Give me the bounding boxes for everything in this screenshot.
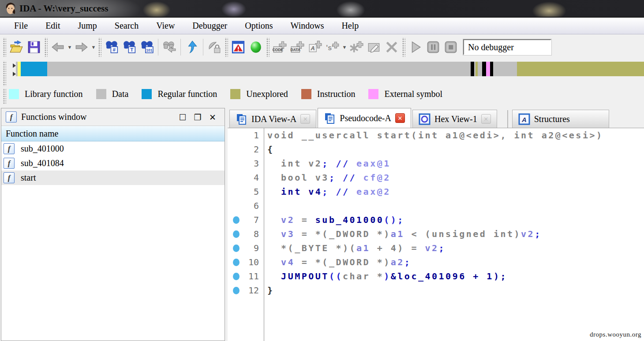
analysis-indicator-icon (249, 40, 263, 54)
legend-label: External symbol (384, 89, 442, 99)
back-history-dropdown[interactable]: ▼ (67, 44, 73, 50)
menu-item-options[interactable]: Options (236, 19, 281, 32)
tab-pseudocode-a[interactable]: Pseudocode-A✕ (318, 108, 411, 128)
gutter-cell (228, 259, 244, 266)
tab-hex-view-1[interactable]: Hex View-1✕ (412, 110, 497, 128)
tab-close-button[interactable]: ✕ (481, 114, 491, 124)
code-line-11[interactable]: 11 JUMPOUT((char *)&loc_401096 + 1); (228, 269, 644, 283)
menu-item-jump[interactable]: Jump (69, 19, 105, 32)
code-line-4[interactable]: 4 bool v3; // cf@2 (228, 170, 644, 185)
address-dot-icon[interactable] (233, 230, 240, 238)
address-dot-icon[interactable] (233, 245, 240, 252)
address-dot-icon[interactable] (233, 273, 240, 280)
function-row-sub-401084[interactable]: fsub_401084 (1, 156, 225, 170)
save-file-button[interactable] (25, 37, 43, 57)
delete-function-button[interactable] (383, 37, 401, 57)
make-struct-dropdown[interactable]: ▼ (341, 44, 348, 50)
menu-item-file[interactable]: File (5, 19, 37, 32)
navband-grip[interactable] (3, 61, 6, 86)
debugger-select[interactable]: No debugger (463, 39, 551, 55)
code-line-2[interactable]: 2{ (228, 142, 644, 156)
legend-label: Data (112, 89, 129, 99)
address-dot-icon[interactable] (233, 287, 240, 294)
menu-item-search[interactable]: Search (106, 19, 147, 32)
address-dot-icon[interactable] (233, 259, 240, 266)
search-next-button[interactable] (161, 37, 178, 57)
function-row-start[interactable]: fstart (1, 170, 225, 185)
code-text: v3 = *(_DWORD *)a1 < (unsigned int)v2; (262, 229, 542, 239)
tab-structures[interactable]: AStructures (512, 110, 609, 128)
code-line-7[interactable]: 7 v2 = sub_401000(); (228, 213, 644, 227)
make-struct-icon: 's' (326, 40, 340, 54)
make-data-icon: DATA (290, 40, 304, 54)
code-line-8[interactable]: 8 v3 = *(_DWORD *)a1 < (unsigned int)v2; (228, 227, 644, 241)
navigation-band[interactable] (16, 62, 644, 76)
debug-pause-button[interactable] (424, 37, 442, 57)
code-text: JUMPOUT((char *)&loc_401096 + 1); (262, 271, 507, 282)
edit-function-button[interactable] (365, 37, 383, 57)
tab-label: Structures (534, 114, 570, 124)
toolbar-grip[interactable] (225, 37, 228, 57)
address-dot-icon[interactable] (233, 216, 240, 224)
remote-debug-lock-button[interactable] (206, 37, 223, 57)
search-next-icon (162, 40, 176, 54)
tab-close-button[interactable]: ✕ (395, 113, 405, 123)
make-data-button[interactable]: DATA (288, 37, 306, 57)
function-name-column-header[interactable]: Function name (1, 126, 225, 141)
navigate-forward-button[interactable] (73, 37, 90, 57)
restore-button[interactable]: ❐ (190, 112, 205, 122)
search-binary-button[interactable]: 101 (138, 37, 156, 57)
navband-segment (18, 62, 21, 76)
analysis-indicator-button[interactable] (247, 37, 265, 57)
close-button[interactable]: ✕ (205, 112, 220, 122)
code-line-9[interactable]: 9 *(_BYTE *)(a1 + 4) = v2; (228, 241, 644, 255)
functions-window-title: Functions window (21, 112, 175, 122)
code-text: int v2; // eax@1 (262, 158, 391, 169)
toolbar-grip[interactable] (98, 37, 101, 57)
tab-close-button[interactable]: ✕ (300, 114, 310, 124)
function-row-sub-401000[interactable]: fsub_401000 (1, 141, 225, 156)
open-file-button[interactable] (7, 37, 25, 57)
menu-item-view[interactable]: View (147, 19, 183, 32)
menu-item-debugger[interactable]: Debugger (183, 19, 236, 32)
make-array-button[interactable] (348, 37, 365, 57)
make-code-button[interactable]: CODE (271, 37, 288, 57)
problems-window-button[interactable] (229, 37, 247, 57)
menu-item-help[interactable]: Help (333, 19, 367, 32)
debug-run-button[interactable] (407, 37, 424, 57)
navigate-back-button[interactable] (49, 37, 67, 57)
toolbar-grip[interactable] (3, 37, 6, 57)
debug-stop-button[interactable] (442, 37, 460, 57)
toolbar-grip[interactable] (44, 37, 48, 57)
pseudocode-view[interactable]: 1void __usercall start(int a1@<edi>, int… (228, 128, 644, 341)
line-number: 5 (244, 186, 262, 197)
jump-up-button[interactable] (183, 37, 201, 57)
title-bar: IDA - W:\very_success (0, 0, 644, 18)
menu-item-edit[interactable]: Edit (37, 19, 69, 32)
make-struct-button[interactable]: 's' (324, 37, 341, 57)
doc-view-icon (324, 112, 336, 124)
code-line-10[interactable]: 10 v4 = *(_DWORD *)a2; (228, 255, 644, 269)
forward-history-dropdown[interactable]: ▼ (90, 44, 97, 50)
legend-grip[interactable] (3, 88, 6, 104)
search-text-button[interactable]: T (120, 37, 138, 57)
line-number: 4 (244, 172, 262, 183)
code-line-3[interactable]: 3 int v2; // eax@1 (228, 156, 644, 170)
code-line-12[interactable]: 12} (228, 283, 644, 297)
code-line-5[interactable]: 5 int v4; // eax@2 (228, 185, 644, 199)
code-line-6[interactable]: 6 (228, 199, 644, 213)
navigate-forward-icon (75, 40, 89, 54)
maximize-button[interactable]: ☐ (175, 112, 190, 122)
doc-view-icon (236, 113, 247, 125)
line-number: 2 (244, 144, 262, 155)
legend-item-instruction: Instruction (301, 89, 356, 99)
menu-item-windows[interactable]: Windows (282, 19, 333, 32)
tab-ida-view-a[interactable]: IDA View-A✕ (229, 110, 316, 128)
code-line-1[interactable]: 1void __usercall start(int a1@<edi>, int… (228, 128, 644, 142)
toolbar-grip[interactable] (402, 37, 405, 57)
toolbar-grip[interactable] (266, 37, 270, 57)
make-string-button[interactable]: A (306, 37, 324, 57)
search-text-icon: T (122, 40, 136, 54)
functions-window-header[interactable]: f Functions window ☐ ❐ ✕ (1, 108, 225, 126)
search-names-button[interactable]: # (103, 37, 120, 57)
